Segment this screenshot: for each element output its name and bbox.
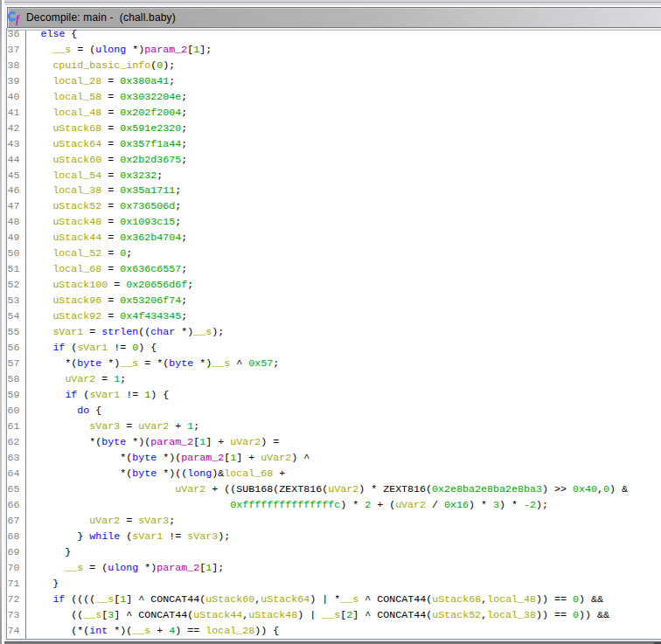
svg-text:f: f	[16, 13, 20, 25]
